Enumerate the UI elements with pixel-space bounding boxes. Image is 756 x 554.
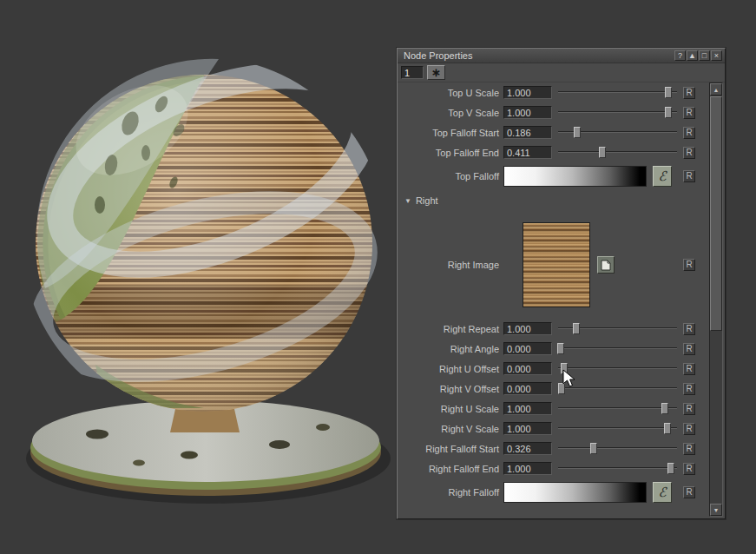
- value-input[interactable]: [503, 382, 552, 395]
- reset-button[interactable]: R: [683, 147, 695, 159]
- slider-track[interactable]: [558, 467, 677, 469]
- property-label: Right Falloff Start: [401, 444, 503, 454]
- slider-handle[interactable]: [573, 323, 580, 334]
- slider[interactable]: [558, 382, 677, 395]
- falloff-gradient-bar[interactable]: [503, 482, 647, 503]
- reset-button[interactable]: R: [683, 423, 695, 435]
- value-input[interactable]: [503, 322, 552, 335]
- value-input[interactable]: [503, 442, 552, 455]
- slider-handle[interactable]: [667, 463, 674, 474]
- slider[interactable]: [558, 86, 677, 99]
- property-row-right-falloff-start: Right Falloff Start R: [398, 439, 708, 458]
- reset-button[interactable]: R: [683, 127, 695, 139]
- panel-titlebar[interactable]: Node Properties ? ▲ □ ×: [398, 49, 725, 63]
- image-thumbnail[interactable]: [523, 222, 590, 307]
- reset-button[interactable]: R: [683, 403, 695, 415]
- slider-track[interactable]: [558, 367, 677, 369]
- slider[interactable]: [558, 462, 677, 475]
- slider-handle[interactable]: [557, 343, 564, 354]
- reset-button[interactable]: R: [683, 443, 695, 455]
- scrollbar-thumb[interactable]: [710, 96, 722, 331]
- property-label: Right Repeat: [401, 324, 503, 334]
- slider-handle[interactable]: [661, 403, 668, 414]
- slider-track[interactable]: [558, 91, 677, 93]
- value-input[interactable]: [503, 146, 552, 159]
- property-label: Right U Offset: [401, 364, 503, 374]
- section-header-right[interactable]: ▼ Right: [398, 190, 708, 211]
- slider-handle[interactable]: [590, 443, 597, 454]
- value-input[interactable]: [503, 362, 552, 375]
- reset-button[interactable]: R: [683, 486, 695, 498]
- node-properties-panel: Node Properties ? ▲ □ × ∗ Top U Scale R …: [397, 48, 726, 519]
- slider-track[interactable]: [558, 151, 677, 153]
- property-row-right-u-scale: Right U Scale R: [398, 399, 708, 419]
- slider-handle[interactable]: [574, 127, 581, 138]
- value-input[interactable]: [503, 86, 552, 99]
- slider[interactable]: [558, 322, 677, 335]
- help-icon[interactable]: ?: [674, 50, 686, 61]
- slider-handle[interactable]: [599, 147, 606, 158]
- titlebar-icons: ? ▲ □ ×: [674, 50, 722, 61]
- property-row-right-u-offset: Right U Offset R: [398, 359, 708, 379]
- property-row-right-v-offset: Right V Offset R: [398, 379, 708, 399]
- property-row-right-angle: Right Angle R: [398, 339, 708, 359]
- property-label: Right Angle: [401, 344, 503, 354]
- slider-track[interactable]: [558, 347, 677, 349]
- falloff-edit-button[interactable]: ℰ: [653, 482, 672, 503]
- vertical-scrollbar[interactable]: ▲ ▼: [709, 82, 723, 517]
- property-row-right-falloff-gradient: Right Falloff ℰ R: [398, 478, 708, 506]
- reset-button[interactable]: R: [683, 463, 695, 475]
- property-label: Top Falloff: [401, 171, 503, 181]
- slider[interactable]: [558, 342, 677, 355]
- slider-track[interactable]: [558, 427, 677, 429]
- node-index-input[interactable]: [401, 66, 424, 79]
- value-input[interactable]: [503, 462, 552, 475]
- slider[interactable]: [558, 146, 677, 159]
- slider[interactable]: [558, 422, 677, 435]
- slider-handle[interactable]: [561, 363, 568, 374]
- scroll-down-button[interactable]: ▼: [710, 504, 722, 516]
- value-input[interactable]: [503, 422, 552, 435]
- property-label: Top Falloff Start: [401, 128, 503, 138]
- slider[interactable]: [558, 362, 677, 375]
- slider-track[interactable]: [558, 111, 677, 113]
- slider-track[interactable]: [558, 407, 677, 409]
- collapse-triangle-icon[interactable]: ▼: [404, 197, 411, 205]
- property-label: Right V Scale: [401, 424, 503, 434]
- scroll-up-button[interactable]: ▲: [710, 83, 722, 96]
- restore-icon[interactable]: □: [699, 50, 710, 61]
- property-label: Right U Scale: [401, 404, 503, 414]
- node-options-button[interactable]: ∗: [427, 65, 445, 80]
- slider-track[interactable]: [558, 447, 677, 449]
- reset-button[interactable]: R: [683, 343, 695, 355]
- reset-button[interactable]: R: [683, 323, 695, 335]
- value-input[interactable]: [503, 106, 552, 119]
- reset-button[interactable]: R: [683, 259, 695, 271]
- falloff-edit-button[interactable]: ℰ: [653, 166, 672, 187]
- slider-handle[interactable]: [558, 383, 565, 394]
- close-icon[interactable]: ×: [711, 50, 722, 61]
- reset-button[interactable]: R: [683, 107, 695, 119]
- slider-track[interactable]: [558, 387, 677, 389]
- falloff-gradient-bar[interactable]: [503, 166, 647, 187]
- slider-handle[interactable]: [665, 107, 672, 118]
- property-label: Top V Scale: [401, 108, 503, 118]
- section-label: Right: [416, 195, 438, 206]
- value-input[interactable]: [503, 342, 552, 355]
- slider-handle[interactable]: [664, 423, 671, 434]
- slider-handle[interactable]: [665, 87, 672, 98]
- slider[interactable]: [558, 442, 677, 455]
- reset-button[interactable]: R: [683, 363, 695, 375]
- slider[interactable]: [558, 106, 677, 119]
- reset-button[interactable]: R: [683, 87, 695, 99]
- property-row-top-u-scale: Top U Scale R: [398, 82, 708, 102]
- slider[interactable]: [558, 402, 677, 415]
- preview-3d-viewport[interactable]: [0, 0, 408, 554]
- load-image-button[interactable]: [597, 256, 615, 274]
- reset-button[interactable]: R: [683, 170, 695, 182]
- slider[interactable]: [558, 126, 677, 139]
- reset-button[interactable]: R: [683, 383, 695, 395]
- value-input[interactable]: [503, 126, 552, 139]
- value-input[interactable]: [503, 402, 552, 415]
- pin-icon[interactable]: ▲: [687, 50, 698, 61]
